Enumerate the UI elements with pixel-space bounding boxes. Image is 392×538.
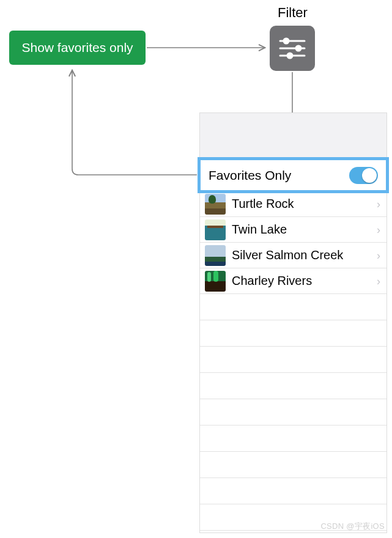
empty-row [200, 320, 386, 347]
landmark-thumbnail [205, 219, 226, 240]
chevron-right-icon: › [377, 250, 380, 261]
list-item[interactable]: Silver Salmon Creek › [200, 243, 386, 268]
chevron-right-icon: › [377, 199, 380, 210]
landmark-thumbnail [205, 194, 226, 215]
favorites-only-label: Favorites Only [209, 168, 349, 183]
landmark-list-panel: Favorites Only Turtle Rock › Twin Lake ›… [199, 112, 387, 533]
list-item[interactable]: Turtle Rock › [200, 191, 386, 217]
landmark-name: Silver Salmon Creek [232, 248, 377, 262]
list-item[interactable]: Charley Rivers › [200, 268, 386, 294]
filter-icon[interactable] [270, 26, 315, 71]
chevron-right-icon: › [377, 224, 380, 235]
callout-label: Show favorites only [21, 40, 133, 55]
navbar [200, 113, 386, 160]
svg-point-5 [284, 39, 289, 43]
landmark-thumbnail [205, 245, 226, 266]
svg-point-6 [296, 46, 301, 51]
empty-row [200, 373, 386, 399]
landmark-name: Charley Rivers [232, 274, 377, 288]
svg-point-7 [287, 53, 292, 58]
empty-row [200, 452, 386, 478]
list-item[interactable]: Twin Lake › [200, 217, 386, 243]
filter-label: Filter [278, 5, 308, 21]
empty-row [200, 347, 386, 373]
show-favorites-callout: Show favorites only [9, 31, 146, 65]
favorites-only-row[interactable]: Favorites Only [200, 160, 386, 191]
empty-row [200, 294, 386, 320]
landmark-thumbnail [205, 271, 226, 292]
favorites-only-toggle[interactable] [349, 167, 378, 184]
empty-row [200, 399, 386, 426]
chevron-right-icon: › [377, 276, 380, 287]
watermark: CSDN @宇夜iOS [320, 521, 385, 532]
landmark-name: Turtle Rock [232, 197, 377, 211]
empty-row [200, 478, 386, 504]
empty-row [200, 426, 386, 452]
landmark-name: Twin Lake [232, 223, 377, 237]
